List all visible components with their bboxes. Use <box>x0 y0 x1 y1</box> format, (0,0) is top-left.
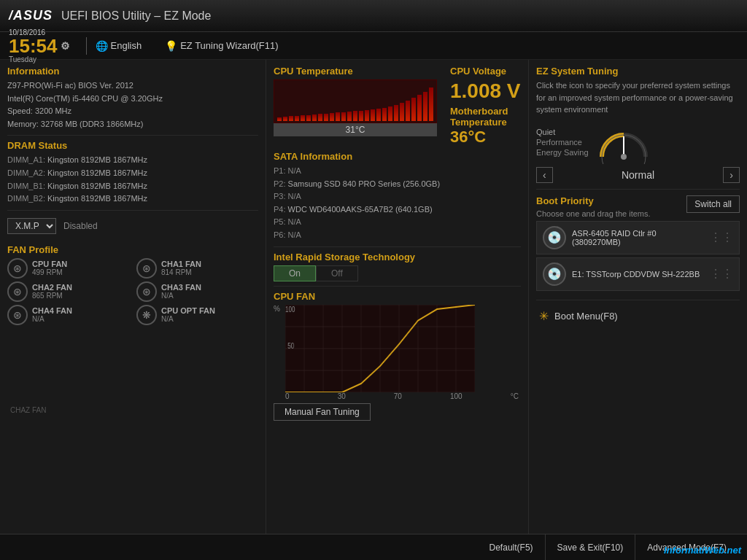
switch-all-button[interactable]: Switch all <box>686 195 740 213</box>
dram-value-a2: Kingston 8192MB 1867MHz <box>47 168 147 177</box>
fan-icon-cha4: ⊛ <box>7 305 28 325</box>
fan-icon-cha2: ⊛ <box>7 281 28 302</box>
time-value: 15:54 <box>9 36 58 55</box>
gear-icon[interactable]: ⚙ <box>61 41 70 51</box>
fan-x-30: 30 <box>338 392 346 400</box>
cpu-voltage-value: 1.008 V <box>450 79 521 103</box>
fan-info-cha3: CHA3 FAN N/A <box>161 283 201 300</box>
fan-profile-title: FAN Profile <box>7 244 258 255</box>
sata-section: SATA Information P1: N/A P2: Samsung SSD… <box>274 151 521 247</box>
boot-header: Boot Priority Choose one and drag the it… <box>536 195 740 218</box>
dram-label-a2: DIMM_A2: <box>7 168 47 177</box>
tuning-current-label: Normal <box>622 169 654 181</box>
fan-icon-cha1: ⊛ <box>136 258 157 279</box>
information-section: Information Z97-PRO(Wi-Fi ac) BIOS Ver. … <box>7 66 258 136</box>
tuning-prev-button[interactable]: ‹ <box>536 167 553 183</box>
sata-p5: P5: N/A <box>274 216 521 229</box>
rst-on-button[interactable]: On <box>274 265 316 281</box>
fan-item-cha2: ⊛ CHA2 FAN 865 RPM <box>7 281 129 302</box>
ez-tuning-wizard-button[interactable]: 💡 EZ Tuning Wizard(F11) <box>165 40 278 52</box>
boot-menu-icon: ✳ <box>539 309 549 323</box>
time-display: 15:54 ⚙ <box>9 36 70 55</box>
language-label: English <box>111 40 142 51</box>
right-column: EZ System Tuning Click the icon to speci… <box>529 60 747 534</box>
info-speed: Speed: 3200 MHz <box>7 105 258 118</box>
main-content: Information Z97-PRO(Wi-Fi ac) BIOS Ver. … <box>0 60 747 534</box>
boot-header-left: Boot Priority Choose one and drag the it… <box>536 195 651 218</box>
fan-name-cpu: CPU FAN <box>32 260 67 268</box>
chaz-fan-label: CHAZ FAN <box>10 406 46 414</box>
ez-system-desc: Click the icon to specify your preferred… <box>536 79 740 116</box>
tuning-next-button[interactable]: › <box>723 167 740 183</box>
info-memory: Memory: 32768 MB (DDR3 1866MHz) <box>7 118 258 131</box>
fan-name-cha2: CHA2 FAN <box>32 283 72 292</box>
cpu-temperature-section: CPU Temperature 31°C <box>274 66 437 147</box>
fan-x-unit: °C <box>511 392 519 400</box>
save-exit-button[interactable]: Save & Exit(F10) <box>546 534 636 560</box>
fan-x-0: 0 <box>285 392 290 400</box>
rst-off-button[interactable]: Off <box>316 265 358 281</box>
fan-rpm-cha4: N/A <box>32 315 72 323</box>
cpu-volt-title: CPU Voltage <box>450 66 521 77</box>
fan-icon-cha3: ⊛ <box>136 281 157 302</box>
ez-system-tuning-section: EZ System Tuning Click the icon to speci… <box>536 66 740 190</box>
language-selector[interactable]: 🌐 English <box>96 40 142 52</box>
datetime: 10/18/2016 15:54 ⚙ Tuesday <box>9 28 70 63</box>
cpu-temp-title: CPU Temperature <box>274 66 437 77</box>
watermark: InformatiWeb.net <box>664 545 741 556</box>
tuning-energy-label: Energy Saving <box>536 148 589 157</box>
cpu-top-section: CPU Temperature 31°C CPU Voltage 1.008 V… <box>274 66 521 147</box>
boot-disk-icon-1: 💿 <box>543 262 566 286</box>
sata-title: SATA Information <box>274 151 521 162</box>
fan-name-cpuopt: CPU OPT FAN <box>161 306 215 315</box>
sata-p2: P2: Samsung SSD 840 PRO Series (256.0GB) <box>274 178 521 191</box>
fan-info-cha2: CHA2 FAN 865 RPM <box>32 283 72 300</box>
globe-icon: 🌐 <box>96 40 108 52</box>
fan-item-cha4: ⊛ CHA4 FAN N/A <box>7 305 129 325</box>
boot-menu-label: Boot Menu(F8) <box>554 311 618 322</box>
fan-icon-cpu: ⊛ <box>7 258 28 279</box>
manual-fan-tuning-button[interactable]: Manual Fan Tuning <box>274 403 371 421</box>
xmp-section: X.M.P Disabled <box>7 215 258 237</box>
boot-device-dots-0: ⋮⋮ <box>710 230 733 244</box>
rst-title: Intel Rapid Storage Technology <box>274 252 521 262</box>
ez-system-title: EZ System Tuning <box>536 66 740 77</box>
fan-name-cha4: CHA4 FAN <box>32 306 72 315</box>
asus-logo: /ASUS <box>9 8 53 23</box>
bulb-icon: 💡 <box>165 40 177 52</box>
dram-row-a2: DIMM_A2: Kingston 8192MB 1867MHz <box>7 167 258 180</box>
fan-item-cpuopt: ❋ CPU OPT FAN N/A <box>136 305 258 325</box>
fan-item-cha3: ⊛ CHA3 FAN N/A <box>136 281 258 302</box>
default-button[interactable]: Default(F5) <box>478 534 546 560</box>
boot-device-name-1: E1: TSSTcorp CDDVDW SH-222BB <box>572 270 700 279</box>
cpu-fan-graph-container: % 0 30 70 100 °C <box>274 305 521 400</box>
tuning-nav: ‹ Normal › <box>536 167 740 183</box>
fan-x-axis: 0 30 70 100 °C <box>285 392 519 400</box>
rst-toggle: On Off <box>274 265 521 281</box>
xmp-dropdown[interactable]: X.M.P <box>7 218 56 234</box>
boot-menu-button[interactable]: ✳ Boot Menu(F8) <box>536 306 740 326</box>
header: /ASUS UEFI BIOS Utility – EZ Mode <box>0 0 747 32</box>
dram-value-a1: Kingston 8192MB 1867MHz <box>47 155 147 164</box>
boot-priority-title: Boot Priority <box>536 195 651 206</box>
cpu-fan-title: CPU FAN <box>274 291 521 302</box>
fan-x-100: 100 <box>450 392 462 400</box>
left-column: Information Z97-PRO(Wi-Fi ac) BIOS Ver. … <box>0 60 266 534</box>
fan-rpm-cpuopt: N/A <box>161 315 215 323</box>
cpu-fan-canvas <box>285 305 475 392</box>
title-text: UEFI BIOS Utility – EZ Mode <box>61 9 738 23</box>
fan-y-label: % <box>274 305 280 313</box>
fan-name-cha3: CHA3 FAN <box>161 283 201 292</box>
fan-info-cha4: CHA4 FAN N/A <box>32 306 72 323</box>
fan-rpm-cpu: 499 RPM <box>32 268 67 276</box>
sata-p3: P3: N/A <box>274 190 521 203</box>
fan-profile-section: FAN Profile ⊛ CPU FAN 499 RPM ⊛ CHA1 FAN… <box>7 241 258 325</box>
boot-device-1[interactable]: 💿 E1: TSSTcorp CDDVDW SH-222BB ⋮⋮ <box>536 257 740 291</box>
dram-title: DRAM Status <box>7 140 258 151</box>
boot-priority-section: Boot Priority Choose one and drag the it… <box>536 195 740 300</box>
info-title: Information <box>7 66 258 77</box>
middle-column: CPU Temperature 31°C CPU Voltage 1.008 V… <box>266 60 529 534</box>
boot-device-0[interactable]: 💿 ASR-6405 RAID Ctlr #0 (3809270MB) ⋮⋮ <box>536 221 740 254</box>
cpu-voltage-section: CPU Voltage 1.008 V Motherboard Temperat… <box>443 66 521 147</box>
boot-desc: Choose one and drag the items. <box>536 209 651 218</box>
